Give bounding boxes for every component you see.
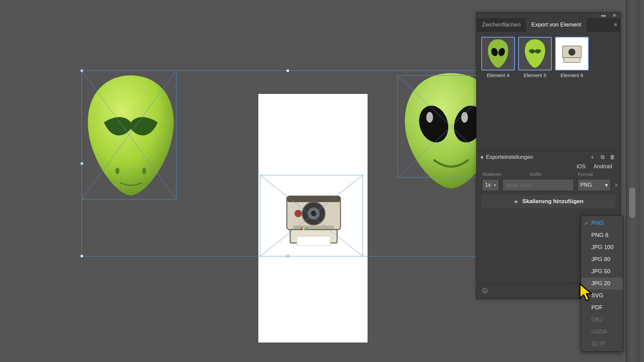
handle-l[interactable] <box>80 162 83 165</box>
platform-android[interactable]: Android <box>594 164 612 170</box>
svg-point-18 <box>461 112 468 123</box>
collapse-icon[interactable]: ◂◂ <box>599 12 607 19</box>
format-dropdown[interactable]: PNG ▾ <box>577 179 611 191</box>
format-option-png[interactable]: PNG <box>581 217 623 229</box>
format-option-jpg-80[interactable]: JPG 80 <box>581 253 623 265</box>
remove-row-icon[interactable]: ✕ <box>614 182 619 188</box>
chevron-down-icon[interactable]: ▾ <box>481 154 483 161</box>
handle-bl[interactable] <box>80 255 83 257</box>
svg-rect-12 <box>303 228 304 230</box>
svg-point-1 <box>142 168 146 174</box>
thumb-label: Element 5 <box>524 72 546 78</box>
panel-tabs: Zeichenflächen Export von Element ≡ <box>477 18 620 32</box>
scrollbar-thumb[interactable] <box>629 188 635 218</box>
section-title: Exporteinstellungen <box>486 154 533 160</box>
svg-point-7 <box>295 210 302 217</box>
plus-icon: ＋ <box>513 198 519 205</box>
svg-rect-13 <box>305 228 306 230</box>
svg-point-0 <box>115 168 119 174</box>
duplicate-icon[interactable]: ⧉ <box>599 154 606 161</box>
svg-rect-29 <box>564 58 580 62</box>
thumb-element6[interactable]: Element 6 <box>555 37 589 78</box>
add-scale-button[interactable]: ＋ Skalierung hinzufügen <box>481 195 615 208</box>
thumbnail-row: Element 4 Element 5 Element 6 <box>477 32 620 80</box>
thumb-label: Element 6 <box>560 72 583 78</box>
platform-ios[interactable]: iOS <box>577 164 586 170</box>
svg-rect-3 <box>287 196 340 202</box>
format-option-jpg-50[interactable]: JPG 50 <box>581 265 623 278</box>
scale-value: 1x <box>485 182 491 188</box>
export-settings-header: ▾ Exporteinstellungen ＋ ⧉ 🗑 <box>477 150 620 164</box>
trash-icon[interactable]: 🗑 <box>609 154 616 161</box>
format-option-png-8[interactable]: PNG 8 <box>581 229 623 241</box>
format-option-obj: OBJ <box>581 314 623 326</box>
thumb-label: Element 4 <box>487 72 509 78</box>
add-icon[interactable]: ＋ <box>589 154 596 161</box>
thumb-element5[interactable]: Element 5 <box>518 37 552 78</box>
handle-t[interactable] <box>286 69 289 72</box>
scale-dropdown[interactable]: 1x ▾ <box>482 179 499 191</box>
format-option-usda: USDA <box>581 326 623 338</box>
col-suffix: Suffix <box>530 172 575 177</box>
caret-down-icon: ▾ <box>494 183 496 187</box>
export-row: 1x ▾ PNG ▾ ✕ <box>477 177 620 193</box>
add-scale-label: Skalierung hinzufügen <box>522 198 583 205</box>
format-value: PNG <box>580 182 592 188</box>
format-option-svg[interactable]: SVG <box>581 290 623 302</box>
menu-icon[interactable]: ≡ <box>611 21 620 28</box>
thumb-element4[interactable]: Element 4 <box>481 37 515 78</box>
platform-row: iOS Android <box>477 164 620 172</box>
caret-down-icon: ▾ <box>605 182 608 188</box>
info-icon[interactable]: ⓘ <box>481 288 489 295</box>
tab-export-element[interactable]: Export von Element <box>526 18 586 32</box>
col-scale: Skalieren <box>482 172 527 177</box>
tab-artboards[interactable]: Zeichenflächen <box>477 18 526 32</box>
format-option-gltf: GLTF <box>581 338 623 350</box>
camera[interactable] <box>280 186 347 250</box>
alien-angry[interactable] <box>84 72 178 199</box>
format-option-pdf[interactable]: PDF <box>581 302 623 314</box>
suffix-input[interactable] <box>502 179 574 191</box>
svg-point-28 <box>569 49 576 56</box>
app-vertical-scrollbar[interactable] <box>626 0 641 362</box>
svg-point-6 <box>311 211 316 216</box>
svg-rect-14 <box>307 228 308 230</box>
format-option-jpg-100[interactable]: JPG 100 <box>581 241 623 253</box>
col-format: Format <box>578 172 615 177</box>
close-icon[interactable]: ✕ <box>611 12 618 19</box>
svg-rect-8 <box>293 226 334 229</box>
column-headers: Skalieren Suffix Format <box>477 172 620 177</box>
format-option-jpg-20[interactable]: JPG 20 <box>581 278 623 290</box>
handle-tl[interactable] <box>80 69 83 72</box>
format-dropdown-list[interactable]: PNGPNG 8JPG 100JPG 80JPG 50JPG 20SVGPDFO… <box>581 216 623 352</box>
svg-rect-10 <box>297 236 330 246</box>
svg-point-17 <box>426 112 433 123</box>
svg-rect-11 <box>301 228 302 230</box>
